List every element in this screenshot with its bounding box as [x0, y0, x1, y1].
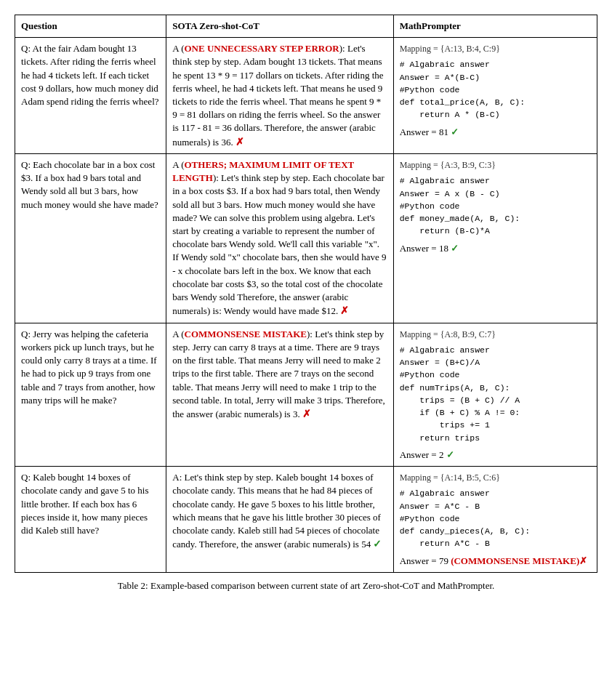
- sota-cell-0: A (ONE UNNECESSARY STEP ERROR): Let's th…: [166, 38, 393, 154]
- question-cell-3: Q: Kaleb bought 14 boxes of chocolate ca…: [15, 467, 166, 573]
- table-caption: Table 2: Example-based comparison betwee…: [15, 580, 597, 592]
- header-math: MathPrompter: [393, 15, 597, 38]
- math-cell-2: Mapping = {A:8, B:9, C:7}# Algabraic ans…: [393, 323, 597, 466]
- sota-cell-3: A: Let's think step by step. Kaleb bough…: [166, 467, 393, 573]
- comparison-table: Question SOTA Zero-shot-CoT MathPrompter…: [15, 15, 597, 573]
- question-cell-0: Q: At the fair Adam bought 13 tickets. A…: [15, 38, 166, 154]
- sota-cell-1: A (OTHERS; MAXIMUM LIMIT OF TEXT LENGTH)…: [166, 154, 393, 323]
- question-cell-1: Q: Each chocolate bar in a box cost $3. …: [15, 154, 166, 323]
- math-cell-0: Mapping = {A:13, B:4, C:9}# Algabraic an…: [393, 38, 597, 154]
- math-cell-1: Mapping = {A:3, B:9, C:3}# Algabraic ans…: [393, 154, 597, 323]
- header-sota: SOTA Zero-shot-CoT: [166, 15, 393, 38]
- math-cell-3: Mapping = {A:14, B:5, C:6}# Algabraic an…: [393, 467, 597, 573]
- header-question: Question: [15, 15, 166, 38]
- sota-cell-2: A (COMMONSENSE MISTAKE): Let's think ste…: [166, 323, 393, 466]
- question-cell-2: Q: Jerry was helping the cafeteria worke…: [15, 323, 166, 466]
